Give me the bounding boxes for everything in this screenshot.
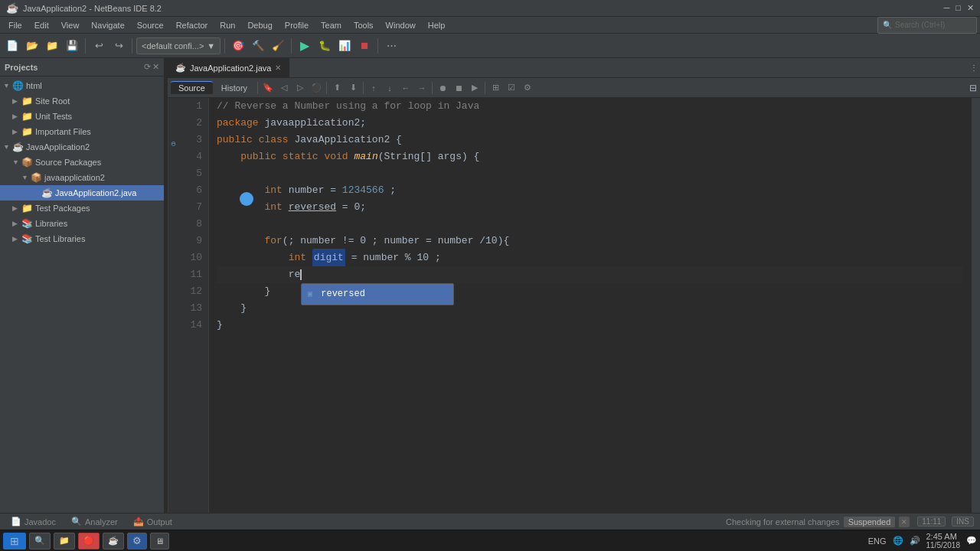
sidebar-sync-icon[interactable]: ⟳ [144,62,151,72]
undo-btn[interactable]: ↩ [90,37,108,55]
new-project-btn[interactable]: 📄 [3,37,21,55]
menu-debug[interactable]: Debug [242,19,277,31]
prev-bookmark-btn[interactable]: ◁ [276,80,292,96]
menu-edit[interactable]: Edit [29,19,54,31]
menu-source[interactable]: Source [132,19,169,31]
maximize-btn[interactable]: □ [956,3,961,13]
clean-btn[interactable]: 🧹 [269,37,287,55]
toggle-breakpoint-btn[interactable]: ⚫ [309,80,324,96]
prev-usage-btn[interactable]: ↑ [366,80,381,96]
close-project-btn[interactable]: 📁 [43,37,61,55]
search-box[interactable]: 🔍 Search (Ctrl+I) [877,17,977,34]
keyword-int: int [264,182,282,199]
menu-navigate[interactable]: Navigate [86,19,129,31]
editor-tab-java[interactable]: ☕ JavaApplication2.java ✕ [168,58,289,78]
run-btn[interactable]: ▶ [296,37,314,55]
chevron-down-icon: ▼ [3,143,11,151]
editor-scrollbar[interactable] [971,98,980,513]
taskbar-file-explorer[interactable]: 📁 [54,533,75,549]
prev-error-btn[interactable]: ⬆ [329,80,345,96]
minimize-btn[interactable]: ─ [944,3,950,13]
tree-unit-tests[interactable]: ▶ 📁 Unit Tests [0,109,164,124]
menu-window[interactable]: Window [381,19,421,31]
reversed-var: reversed [289,199,336,216]
menu-tools[interactable]: Tools [348,19,379,31]
menu-profile[interactable]: Profile [279,19,314,31]
go-back-btn[interactable]: ← [398,80,413,96]
taskbar-monitor[interactable]: 🖥 [150,533,169,549]
tree-html[interactable]: ▼ 🌐 html [0,78,164,93]
stop-macro-btn[interactable]: ⏹ [451,80,466,96]
brace14: } [217,317,223,334]
profile-btn[interactable]: 📊 [335,37,354,55]
more-btn[interactable]: ⋯ [382,37,400,55]
splitter-icon[interactable]: ⊟ [969,83,977,93]
tree-java-file[interactable]: ☕ JavaApplication2.java [0,185,164,201]
tasks-btn[interactable]: ☑ [504,80,519,96]
history-tab[interactable]: History [214,82,255,94]
menu-file[interactable]: File [3,19,28,31]
javadoc-tab[interactable]: 📄 Javadoc [6,516,60,527]
html-project-icon: 🌐 [12,80,24,91]
next-bookmark-btn[interactable]: ▷ [292,80,308,96]
save-btn[interactable]: 💾 [63,37,81,55]
stop-btn[interactable]: ⏹ [355,37,374,55]
checking-close-btn[interactable]: ✕ [899,517,910,527]
code-editor[interactable]: ⊖ 12345 678910 11121314 // Reverse a Num… [168,98,980,513]
sp [306,249,312,266]
tree-test-libraries[interactable]: ▶ 📚 Test Libraries [0,231,164,246]
number-value: 1234566 [342,182,384,199]
menu-help[interactable]: Help [423,19,451,31]
important-files-icon: 📁 [21,126,33,137]
tree-libraries[interactable]: ▶ 📚 Libraries [0,216,164,231]
tree-source-packages[interactable]: ▼ 📦 Source Packages [0,155,164,170]
taskbar-search[interactable]: 🔍 [29,533,51,549]
taskbar-java[interactable]: ☕ [103,533,124,549]
sep1 [85,38,86,54]
menu-run[interactable]: Run [214,19,240,31]
menu-refactor[interactable]: Refactor [171,19,214,31]
next-usage-btn[interactable]: ↓ [382,80,397,96]
editor-options-btn[interactable]: ⋮ [968,59,980,77]
sidebar-close-icon[interactable]: ✕ [152,62,159,72]
tree-test-packages[interactable]: ▶ 📁 Test Packages [0,201,164,216]
config-dropdown[interactable]: <default confi...> ▼ [136,37,220,54]
play-macro-btn[interactable]: ▶ [467,80,482,96]
taskbar-browser[interactable]: 🔴 [78,533,100,549]
code-line-11[interactable]: re [217,266,963,283]
code-content[interactable]: // Reverse a Number using a for loop in … [209,98,971,513]
tab-close-btn[interactable]: ✕ [275,64,281,72]
chevron-right-icon: ▶ [12,220,20,227]
source-tab[interactable]: Source [171,81,213,94]
target-btn[interactable]: 🎯 [229,37,247,55]
redo-btn[interactable]: ↪ [109,37,128,55]
digit-assign: = number % 10 ; [345,249,441,266]
diff-btn[interactable]: ⊞ [488,80,503,96]
record-macro-btn[interactable]: ⏺ [435,80,450,96]
debug-btn[interactable]: 🐛 [315,37,334,55]
sep5 [485,82,485,94]
toolbar: 📄 📂 📁 💾 ↩ ↪ <default confi...> ▼ 🎯 🔨 🧹 ▶… [0,34,980,58]
sp [283,199,289,216]
close-btn[interactable]: ✕ [967,3,974,13]
analyzer-tab[interactable]: 🔍 Analyzer [67,516,122,527]
notification-icon[interactable]: 💬 [966,536,977,546]
menu-view[interactable]: View [56,19,85,31]
start-button[interactable]: ⊞ [3,533,26,549]
autocomplete-item-reversed[interactable]: ▣ reversed [302,284,453,305]
tree-important-files[interactable]: ▶ 📁 Important Files [0,124,164,139]
tree-package[interactable]: ▼ 📦 javaapplication2 [0,170,164,185]
open-project-btn[interactable]: 📂 [23,37,41,55]
taskbar-netbeans[interactable]: ⚙ [127,533,147,549]
settings-btn[interactable]: ⚙ [520,80,535,96]
go-forward-btn[interactable]: → [414,80,430,96]
next-error-btn[interactable]: ⬇ [345,80,361,96]
output-tab[interactable]: 📤 Output [129,516,177,527]
build-btn[interactable]: 🔨 [249,37,267,55]
toggle-bookmark-btn[interactable]: 🔖 [260,80,276,96]
autocomplete-popup[interactable]: ▣ reversed [301,283,454,305]
code-line-7: int reversed = 0; [217,199,963,216]
tree-java-app2[interactable]: ▼ ☕ JavaApplication2 [0,139,164,155]
menu-team[interactable]: Team [315,19,347,31]
tree-site-root[interactable]: ▶ 📁 Site Root [0,93,164,109]
